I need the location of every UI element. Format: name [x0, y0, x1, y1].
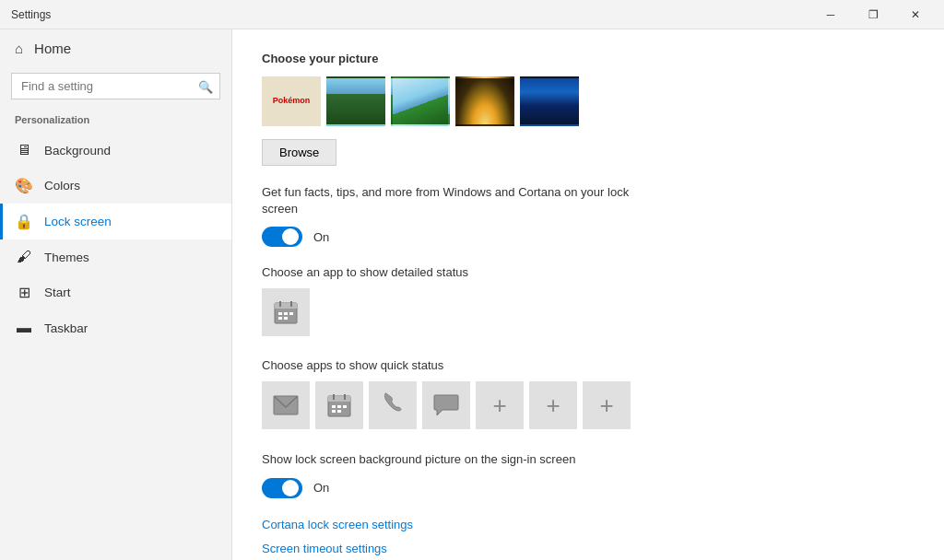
home-label: Home [34, 41, 71, 56]
quick-status-add-btn-1[interactable]: + [476, 381, 524, 429]
choose-picture-title: Choose your picture [262, 52, 914, 65]
sidebar-item-themes-label: Themes [44, 251, 89, 264]
sidebar-item-taskbar[interactable]: ▬ Taskbar [0, 310, 231, 345]
choose-app-title: Choose an app to show detailed status [262, 265, 914, 279]
close-button[interactable]: ✕ [894, 0, 937, 29]
svg-rect-7 [278, 317, 282, 320]
toggle2-label: On [313, 481, 329, 495]
svg-rect-16 [343, 405, 347, 408]
titlebar-title: Settings [11, 8, 51, 21]
detailed-status-app-row [262, 288, 914, 336]
phone-icon [384, 392, 402, 418]
svg-rect-17 [332, 410, 336, 413]
toggle2-row: On [262, 478, 914, 498]
timeout-link-row: Screen timeout settings [262, 541, 914, 555]
quick-status-calendar-btn[interactable] [315, 381, 363, 429]
lock-icon: 🔒 [15, 213, 33, 230]
calendar-icon [273, 299, 299, 325]
picture-thumb-lake[interactable] [326, 76, 385, 126]
browse-button[interactable]: Browse [262, 139, 336, 166]
colors-icon: 🎨 [15, 177, 33, 194]
sidebar-item-background[interactable]: 🖥 Background [0, 133, 231, 168]
cortana-link-row: Cortana lock screen settings [262, 517, 914, 531]
sidebar-item-start[interactable]: ⊞ Start [0, 274, 231, 310]
toggle1-label: On [313, 230, 329, 244]
chat-icon [433, 393, 459, 417]
sidebar-search-container: 🔍 [11, 73, 220, 99]
picture-thumb-sky[interactable] [391, 76, 450, 126]
choose-apps-title: Choose apps to show quick status [262, 358, 914, 372]
sidebar: ⌂ Home 🔍 Personalization 🖥 Background 🎨 … [0, 29, 232, 560]
quick-status-apps-row: + + + [262, 381, 914, 429]
picture-thumb-pokemon[interactable]: Pokémon [262, 76, 321, 126]
section-label: Personalization [0, 111, 231, 133]
svg-rect-11 [328, 396, 350, 402]
search-input[interactable] [11, 73, 220, 99]
cortana-link[interactable]: Cortana lock screen settings [262, 518, 413, 531]
search-icon: 🔍 [198, 79, 213, 93]
quick-status-mail-btn[interactable] [262, 381, 310, 429]
show-bg-text: Show lock screen background picture on t… [262, 451, 649, 468]
picture-thumbnails-row: Pokémon [262, 76, 914, 126]
svg-rect-5 [284, 312, 288, 315]
mail-icon [273, 395, 299, 415]
svg-rect-1 [275, 303, 297, 309]
quick-status-add-btn-3[interactable]: + [583, 381, 631, 429]
calendar2-icon [327, 393, 351, 417]
toggle1-row: On [262, 227, 914, 247]
fun-facts-text: Get fun facts, tips, and more from Windo… [262, 184, 649, 217]
pokemon-text: Pokémon [273, 97, 311, 106]
sidebar-item-taskbar-label: Taskbar [44, 321, 88, 335]
svg-rect-15 [337, 405, 341, 408]
svg-rect-14 [332, 405, 336, 408]
taskbar-icon: ▬ [15, 320, 33, 336]
quick-status-phone-btn[interactable] [369, 381, 417, 429]
restore-button[interactable]: ❐ [852, 0, 894, 29]
titlebar: Settings ─ ❐ ✕ [0, 0, 944, 29]
quick-status-chat-btn[interactable] [422, 381, 470, 429]
show-bg-toggle[interactable] [262, 478, 302, 498]
detailed-status-app-btn[interactable] [262, 288, 310, 336]
titlebar-controls: ─ ❐ ✕ [809, 0, 937, 29]
minimize-button[interactable]: ─ [809, 0, 852, 29]
sidebar-item-lock-screen-label: Lock screen [44, 215, 112, 228]
svg-rect-4 [278, 312, 282, 315]
sidebar-item-colors[interactable]: 🎨 Colors [0, 168, 231, 204]
fun-facts-toggle[interactable] [262, 227, 302, 247]
start-icon: ⊞ [15, 284, 33, 301]
picture-thumb-cave[interactable] [455, 76, 514, 126]
quick-status-add-btn-2[interactable]: + [529, 381, 577, 429]
svg-rect-6 [289, 312, 293, 315]
sidebar-item-colors-label: Colors [44, 179, 80, 192]
content-area: Choose your picture Pokémon Browse Get f… [232, 29, 944, 560]
background-icon: 🖥 [15, 142, 33, 158]
timeout-link[interactable]: Screen timeout settings [262, 542, 387, 555]
sidebar-item-home[interactable]: ⌂ Home [0, 29, 231, 67]
svg-rect-8 [284, 317, 288, 320]
home-icon: ⌂ [15, 41, 23, 56]
themes-icon: 🖌 [15, 249, 33, 265]
sidebar-item-background-label: Background [44, 144, 111, 158]
app-body: ⌂ Home 🔍 Personalization 🖥 Background 🎨 … [0, 29, 944, 560]
sidebar-item-lock-screen[interactable]: 🔒 Lock screen [0, 204, 231, 239]
sidebar-item-themes[interactable]: 🖌 Themes [0, 239, 231, 274]
sidebar-item-start-label: Start [44, 286, 71, 299]
svg-rect-18 [337, 410, 341, 413]
picture-thumb-ocean[interactable] [520, 76, 579, 126]
